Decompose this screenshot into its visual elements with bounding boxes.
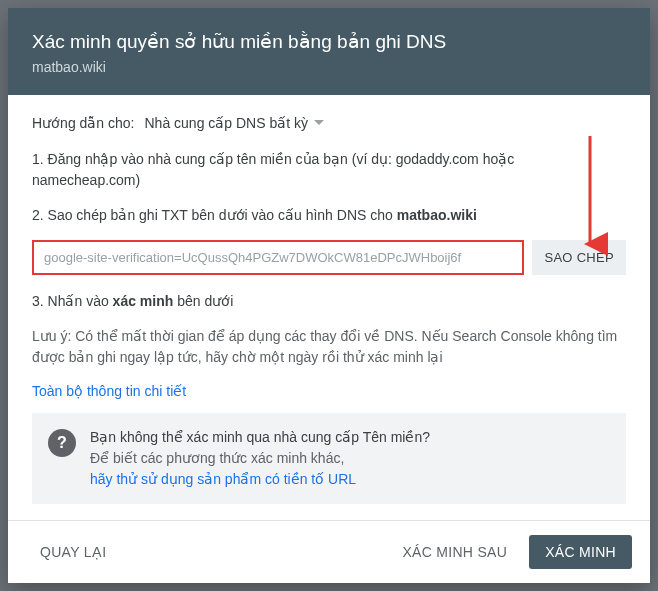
provider-row: Hướng dẫn cho: Nhà cung cấp DNS bất kỳ <box>32 115 626 131</box>
info-sub: Để biết các phương thức xác minh khác, <box>90 448 430 469</box>
dialog-body: Hướng dẫn cho: Nhà cung cấp DNS bất kỳ 1… <box>8 95 650 520</box>
question-icon: ? <box>48 429 76 457</box>
info-title: Bạn không thể xác minh qua nhà cung cấp … <box>90 427 430 448</box>
txt-record-row: SAO CHÉP <box>32 240 626 275</box>
info-link[interactable]: hãy thử sử dụng sản phẩm có tiền tố URL <box>90 469 430 490</box>
verify-button[interactable]: XÁC MINH <box>529 535 632 569</box>
info-content: Bạn không thể xác minh qua nhà cung cấp … <box>90 427 430 490</box>
dialog-footer: QUAY LẠI XÁC MINH SAU XÁC MINH <box>8 520 650 583</box>
info-box: ? Bạn không thể xác minh qua nhà cung cấ… <box>32 413 626 504</box>
chevron-down-icon <box>314 120 324 125</box>
txt-record-input[interactable] <box>32 240 524 275</box>
step-2-domain: matbao.wiki <box>397 207 477 223</box>
dialog-subtitle: matbao.wiki <box>32 59 626 75</box>
step-3: 3. Nhấn vào xác minh bên dưới <box>32 291 626 312</box>
step-3-suffix: bên dưới <box>173 293 233 309</box>
step-2-text: 2. Sao chép bản ghi TXT bên dưới vào cấu… <box>32 207 397 223</box>
back-button[interactable]: QUAY LẠI <box>26 535 120 569</box>
copy-button[interactable]: SAO CHÉP <box>532 240 626 275</box>
dialog-header: Xác minh quyền sở hữu miền bằng bản ghi … <box>8 8 650 95</box>
step-1: 1. Đăng nhập vào nhà cung cấp tên miền c… <box>32 149 626 191</box>
verify-domain-dialog: Xác minh quyền sở hữu miền bằng bản ghi … <box>8 8 650 583</box>
dialog-title: Xác minh quyền sở hữu miền bằng bản ghi … <box>32 30 626 55</box>
step-2: 2. Sao chép bản ghi TXT bên dưới vào cấu… <box>32 205 626 226</box>
provider-label: Hướng dẫn cho: <box>32 115 135 131</box>
verify-later-button[interactable]: XÁC MINH SAU <box>388 535 521 569</box>
provider-selected-value: Nhà cung cấp DNS bất kỳ <box>145 115 309 131</box>
details-link[interactable]: Toàn bộ thông tin chi tiết <box>32 383 186 399</box>
dns-note: Lưu ý: Có thể mất thời gian để áp dụng c… <box>32 326 626 368</box>
step-3-bold: xác minh <box>113 293 174 309</box>
step-3-prefix: 3. Nhấn vào <box>32 293 113 309</box>
provider-select[interactable]: Nhà cung cấp DNS bất kỳ <box>145 115 325 131</box>
